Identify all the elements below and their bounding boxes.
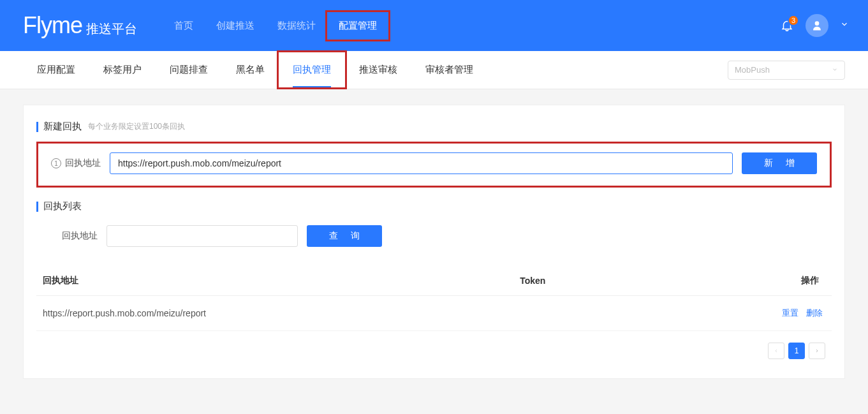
tab-blacklist[interactable]: 黑名单	[222, 52, 279, 87]
cell-url: https://report.push.mob.com/meizu/report	[36, 296, 513, 331]
page-next[interactable]	[809, 343, 825, 359]
cell-op: 重置 删除	[712, 296, 832, 331]
receipt-list-title: 回执列表	[36, 200, 832, 212]
filter-label: 回执地址	[62, 230, 98, 242]
pagination: 1	[36, 343, 832, 359]
avatar[interactable]	[805, 14, 828, 37]
nav-home[interactable]: 首页	[163, 12, 205, 40]
chevron-down-icon	[840, 20, 849, 29]
receipt-url-input[interactable]	[110, 152, 733, 174]
table-row: https://report.push.mob.com/meizu/report…	[36, 296, 832, 331]
top-header: Flyme 推送平台 首页 创建推送 数据统计 配置管理 3	[0, 0, 868, 51]
nav-stats[interactable]: 数据统计	[266, 12, 327, 40]
nav-create-push[interactable]: 创建推送	[205, 12, 266, 40]
tab-receipt-manage[interactable]: 回执管理	[279, 52, 345, 87]
sub-tabs-bar: 应用配置 标签用户 问题排查 黑名单 回执管理 推送审核 审核者管理 MobPu…	[0, 51, 868, 89]
user-menu-toggle[interactable]	[840, 20, 849, 31]
receipt-table: 回执地址 Token 操作 https://report.push.mob.co…	[36, 266, 832, 331]
new-receipt-title: 新建回执 每个业务限定设置100条回执	[36, 121, 832, 133]
receipt-url-label: 1 回执地址	[51, 158, 101, 169]
nav-config[interactable]: 配置管理	[327, 12, 388, 40]
query-button[interactable]: 查 询	[307, 225, 382, 247]
filter-row: 回执地址 查 询	[36, 221, 832, 266]
filter-url-input[interactable]	[107, 225, 298, 247]
tab-push-audit[interactable]: 推送审核	[345, 52, 411, 87]
logo-main: Flyme	[23, 12, 82, 39]
col-op: 操作	[712, 266, 832, 296]
sub-tabs: 应用配置 标签用户 问题排查 黑名单 回执管理 推送审核 审核者管理	[23, 52, 487, 87]
content-card: 新建回执 每个业务限定设置100条回执 1 回执地址 新 增 回执列表 回执地址…	[23, 105, 845, 379]
col-token: Token	[513, 266, 712, 296]
page-prev[interactable]	[768, 343, 784, 359]
header-right: 3	[780, 14, 849, 37]
chevron-down-icon	[832, 65, 838, 75]
page-1[interactable]: 1	[788, 343, 805, 359]
new-receipt-hint: 每个业务限定设置100条回执	[88, 121, 185, 132]
tab-app-config[interactable]: 应用配置	[23, 52, 89, 87]
col-url: 回执地址	[36, 266, 513, 296]
app-selector-value: MobPush	[735, 65, 770, 75]
delete-link[interactable]: 删除	[806, 308, 823, 318]
top-nav: 首页 创建推送 数据统计 配置管理	[163, 12, 388, 40]
notifications-button[interactable]: 3	[780, 18, 794, 33]
new-receipt-highlight: 1 回执地址 新 增	[36, 142, 832, 188]
reset-link[interactable]: 重置	[782, 308, 798, 318]
cell-token	[513, 296, 712, 331]
chevron-left-icon	[774, 348, 779, 353]
user-icon	[811, 19, 823, 32]
notifications-badge: 3	[788, 15, 799, 26]
logo-sub: 推送平台	[86, 20, 137, 38]
tab-tagged-users[interactable]: 标签用户	[89, 52, 156, 87]
app-selector[interactable]: MobPush	[728, 61, 845, 80]
chevron-right-icon	[814, 348, 820, 353]
logo[interactable]: Flyme 推送平台	[23, 12, 137, 39]
new-receipt-row: 1 回执地址 新 增	[51, 152, 817, 174]
tab-auditor-manage[interactable]: 审核者管理	[411, 52, 487, 87]
add-receipt-button[interactable]: 新 增	[742, 152, 817, 174]
tab-troubleshoot[interactable]: 问题排查	[156, 52, 222, 87]
step-number-icon: 1	[51, 158, 61, 168]
